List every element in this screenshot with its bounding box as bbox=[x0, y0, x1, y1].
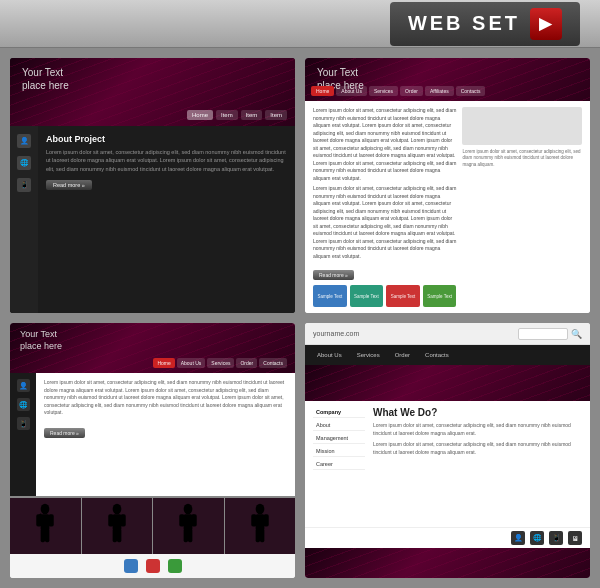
card4-search: 🔍 bbox=[518, 328, 582, 340]
card2-feature-boxes: Sample Text Sample Text Sample Text Samp… bbox=[313, 285, 456, 307]
search-icon[interactable]: 🔍 bbox=[571, 329, 582, 339]
web-set-label: WEB SET ▶ bbox=[390, 2, 580, 46]
card3-read-more[interactable]: Read more » bbox=[44, 428, 85, 438]
arrow-icon: ▶ bbox=[539, 14, 554, 33]
c2-nav-affiliates[interactable]: Affiliates bbox=[425, 86, 454, 96]
svg-point-20 bbox=[255, 504, 264, 514]
c2-nav-home[interactable]: Home bbox=[311, 86, 334, 96]
svg-rect-17 bbox=[184, 528, 188, 542]
svg-rect-24 bbox=[255, 528, 259, 542]
menu-about[interactable]: About bbox=[313, 420, 365, 431]
card1-content: About Project Lorem ipsum dolor sit amet… bbox=[38, 126, 295, 313]
silhouette-1 bbox=[31, 502, 59, 550]
c4-nav-contacts[interactable]: Contacts bbox=[419, 350, 455, 360]
card2-small-text: Lorem ipsum dolor sit amet, consectetur … bbox=[462, 149, 582, 168]
card4-sidebar-menu: Company About Management Mission Career bbox=[313, 407, 365, 521]
c3-nav-about[interactable]: About Us bbox=[177, 358, 206, 368]
card2-read-more[interactable]: Read more » bbox=[313, 270, 354, 280]
c3-nav-order[interactable]: Order bbox=[236, 358, 257, 368]
card3-content: Lorem ipsum dolor sit amet, consectetur … bbox=[36, 373, 295, 496]
silhouette-4 bbox=[246, 502, 274, 550]
c3-user-icon: 👤 bbox=[17, 379, 30, 392]
c2-nav-order[interactable]: Order bbox=[400, 86, 423, 96]
card2-right: Lorem ipsum dolor sit amet, consectetur … bbox=[462, 107, 582, 307]
svg-point-7 bbox=[112, 504, 121, 514]
silhouette-2 bbox=[103, 502, 131, 550]
feature-box-red: Sample Text bbox=[386, 285, 420, 307]
svg-rect-25 bbox=[260, 528, 264, 542]
globe-icon: 🌐 bbox=[17, 156, 31, 170]
c2-nav-contacts[interactable]: Contacts bbox=[456, 86, 486, 96]
card3-title: Your Text place here bbox=[20, 329, 62, 352]
color-dot-blue[interactable] bbox=[124, 559, 138, 573]
card3-gallery bbox=[10, 496, 295, 554]
menu-management[interactable]: Management bbox=[313, 433, 365, 444]
card1-nav: Home Item Item Item bbox=[187, 110, 287, 120]
color-dot-green[interactable] bbox=[168, 559, 182, 573]
card2-nav: Home About Us Services Order Affiliates … bbox=[305, 86, 590, 96]
card2-text1: Lorem ipsum dolor sit amet, consectetur … bbox=[313, 107, 456, 182]
svg-rect-4 bbox=[41, 528, 45, 542]
nav-item-3[interactable]: Item bbox=[241, 110, 263, 120]
menu-company[interactable]: Company bbox=[313, 407, 365, 418]
c2-nav-about[interactable]: About Us bbox=[336, 86, 367, 96]
svg-rect-22 bbox=[251, 514, 256, 526]
c4-nav-order[interactable]: Order bbox=[389, 350, 416, 360]
card3-sidebar: 👤 🌐 📱 bbox=[10, 373, 36, 496]
card3-nav: Home About Us Services Order Contacts bbox=[153, 358, 287, 368]
c3-globe-icon: 🌐 bbox=[17, 398, 30, 411]
card3-body: 👤 🌐 📱 Lorem ipsum dolor sit amet, consec… bbox=[10, 373, 295, 496]
gallery-img-1 bbox=[10, 498, 82, 554]
card-2: Your Text place here Home About Us Servi… bbox=[305, 58, 590, 313]
c4-nav-about[interactable]: About Us bbox=[311, 350, 348, 360]
card4-body: Company About Management Mission Career … bbox=[305, 401, 590, 527]
svg-rect-15 bbox=[180, 514, 185, 526]
svg-rect-12 bbox=[117, 528, 121, 542]
top-banner: WEB SET ▶ bbox=[0, 0, 600, 48]
svg-rect-8 bbox=[112, 514, 121, 530]
svg-rect-10 bbox=[120, 514, 125, 526]
arrow-button[interactable]: ▶ bbox=[530, 8, 562, 40]
footer-globe-icon: 🌐 bbox=[530, 531, 544, 545]
nav-item-home[interactable]: Home bbox=[187, 110, 213, 120]
nav-item-2[interactable]: Item bbox=[216, 110, 238, 120]
c3-nav-services[interactable]: Services bbox=[207, 358, 234, 368]
svg-rect-3 bbox=[49, 514, 54, 526]
card1-header: Your Text place here Home Item Item Item bbox=[10, 58, 295, 126]
card-4: yourname.com 🔍 About Us Services Order C… bbox=[305, 323, 590, 578]
card4-url: yourname.com bbox=[313, 330, 359, 337]
card3-footer bbox=[10, 554, 295, 578]
footer-monitor-icon: 🖥 bbox=[568, 531, 582, 545]
card-1: Your Text place here Home Item Item Item… bbox=[10, 58, 295, 313]
card1-body: 👤 🌐 📱 About Project Lorem ipsum dolor si… bbox=[10, 126, 295, 313]
feature-box-teal: Sample Text bbox=[350, 285, 384, 307]
c3-mobile-icon: 📱 bbox=[17, 417, 30, 430]
menu-career[interactable]: Career bbox=[313, 459, 365, 470]
svg-rect-9 bbox=[108, 514, 113, 526]
gallery-img-2 bbox=[82, 498, 154, 554]
card1-read-more[interactable]: Read more » bbox=[46, 180, 92, 190]
menu-mission[interactable]: Mission bbox=[313, 446, 365, 457]
card4-nav: About Us Services Order Contacts bbox=[305, 345, 590, 365]
svg-point-13 bbox=[184, 504, 193, 514]
user-icon: 👤 bbox=[17, 134, 31, 148]
card4-hero bbox=[305, 365, 590, 401]
card4-text1: Lorem ipsum dolor sit amet, consectetur … bbox=[373, 422, 582, 437]
card3-text: Lorem ipsum dolor sit amet, consectetur … bbox=[44, 379, 287, 417]
c2-nav-services[interactable]: Services bbox=[369, 86, 398, 96]
svg-rect-18 bbox=[188, 528, 192, 542]
card2-body: Lorem ipsum dolor sit amet, consectetur … bbox=[305, 101, 590, 313]
card2-image bbox=[462, 107, 582, 145]
nav-item-4[interactable]: Item bbox=[265, 110, 287, 120]
gallery-img-3 bbox=[153, 498, 225, 554]
c4-nav-services[interactable]: Services bbox=[351, 350, 386, 360]
color-dot-red[interactable] bbox=[146, 559, 160, 573]
search-input[interactable] bbox=[518, 328, 568, 340]
card2-left: Lorem ipsum dolor sit amet, consectetur … bbox=[313, 107, 456, 307]
c3-nav-home[interactable]: Home bbox=[153, 358, 174, 368]
card-3: Your Text place here Home About Us Servi… bbox=[10, 323, 295, 578]
silhouette-3 bbox=[174, 502, 202, 550]
card2-text2: Lorem ipsum dolor sit amet, consectetur … bbox=[313, 185, 456, 260]
c3-nav-contacts[interactable]: Contacts bbox=[259, 358, 287, 368]
footer-mobile-icon: 📱 bbox=[549, 531, 563, 545]
